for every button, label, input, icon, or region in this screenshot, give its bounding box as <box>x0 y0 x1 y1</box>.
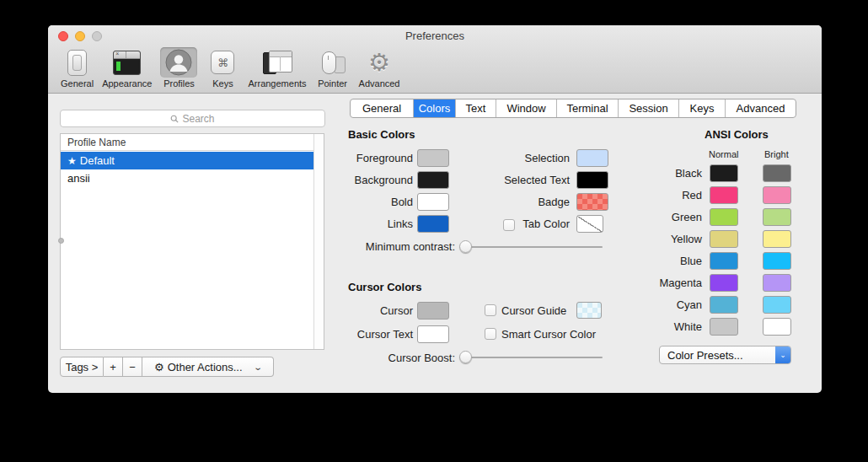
profile-row-default[interactable]: ★Default <box>61 152 313 169</box>
ansi-green-bright-well[interactable] <box>763 208 791 226</box>
ansi-white-label: White <box>635 320 702 333</box>
profile-list-header[interactable]: Profile Name <box>61 134 324 151</box>
ansi-colors-heading: ANSI Colors <box>705 128 769 141</box>
toolbar-label: Keys <box>212 78 233 89</box>
selection-label: Selection <box>453 152 570 164</box>
traffic-lights <box>58 31 102 41</box>
screen: Preferences General × Appearance <box>0 0 868 462</box>
toolbar-item-arrangements[interactable]: Arrangements <box>244 47 310 89</box>
tab-color-well[interactable] <box>576 215 603 233</box>
ansi-green-normal-well[interactable] <box>710 208 738 226</box>
ansi-magenta-bright-well[interactable] <box>763 274 791 292</box>
tab-colors[interactable]: Colors <box>414 99 456 117</box>
toolbar-item-general[interactable]: General <box>56 47 98 89</box>
toolbar: General × Appearance <box>56 47 405 93</box>
ansi-magenta-label: Magenta <box>635 277 702 289</box>
arrangements-windows-icon <box>263 51 292 74</box>
slider-knob[interactable] <box>459 240 472 253</box>
profile-name: ansii <box>67 172 90 185</box>
ansi-yellow-normal-well[interactable] <box>710 230 738 248</box>
toolbar-label: General <box>61 78 94 89</box>
toolbar-item-pointer[interactable]: Pointer <box>311 47 355 89</box>
smart-cursor-color-checkbox[interactable] <box>485 328 496 340</box>
ansi-magenta-normal-well[interactable] <box>710 274 738 292</box>
toolbar-item-advanced[interactable]: ⚙ Advanced <box>355 47 405 89</box>
toolbar-item-keys[interactable]: ⌘ Keys <box>201 47 244 89</box>
tab-window[interactable]: Window <box>496 99 557 117</box>
selected-text-color-well[interactable] <box>576 171 608 189</box>
ansi-cyan-normal-well[interactable] <box>710 296 738 314</box>
minimum-contrast-label: Minimum contrast: <box>354 240 455 253</box>
appearance-window-icon: × <box>113 51 141 75</box>
chevron-down-icon: ⌄ <box>775 346 790 363</box>
toolbar-item-profiles[interactable]: Profiles <box>156 47 201 89</box>
links-label: Links <box>331 218 413 230</box>
preferences-window: Preferences General × Appearance <box>48 25 822 393</box>
profile-list-scrollbar[interactable] <box>313 134 324 349</box>
tab-session[interactable]: Session <box>619 99 679 117</box>
zoom-button-disabled <box>92 31 102 41</box>
selected-text-label: Selected Text <box>453 174 570 186</box>
ansi-green-label: Green <box>635 211 702 223</box>
cursor-guide-color-well[interactable] <box>576 302 602 319</box>
background-color-well[interactable] <box>417 171 449 189</box>
toolbar-label: Profiles <box>163 78 195 89</box>
toolbar-label: Advanced <box>359 78 400 89</box>
smart-cursor-color-label: Smart Cursor Color <box>501 328 619 341</box>
minimize-button[interactable] <box>75 31 85 41</box>
cursor-text-color-well[interactable] <box>417 325 449 343</box>
foreground-label: Foreground <box>331 152 413 164</box>
foreground-color-well[interactable] <box>417 149 449 167</box>
gear-icon: ⚙ <box>154 361 164 373</box>
tab-advanced[interactable]: Advanced <box>726 99 796 117</box>
tags-button[interactable]: Tags > <box>60 357 104 377</box>
ansi-blue-label: Blue <box>635 255 702 267</box>
minimum-contrast-slider[interactable] <box>459 240 603 253</box>
cursor-guide-checkbox[interactable] <box>485 304 496 316</box>
pane-handle-dot <box>58 238 64 244</box>
ansi-white-bright-well[interactable] <box>763 318 791 336</box>
ansi-black-bright-well[interactable] <box>763 164 791 182</box>
ansi-red-normal-well[interactable] <box>710 186 738 204</box>
star-icon: ★ <box>67 155 77 167</box>
profile-row-ansii[interactable]: ansii <box>61 169 313 187</box>
tab-text[interactable]: Text <box>456 99 496 117</box>
cursor-colors-heading: Cursor Colors <box>348 281 421 293</box>
tab-general[interactable]: General <box>351 99 414 117</box>
other-actions-dropdown[interactable]: ⚙ Other Actions... ⌄ <box>142 357 274 377</box>
cursor-color-well[interactable] <box>417 302 449 320</box>
toolbar-item-appearance[interactable]: × Appearance <box>98 47 156 89</box>
other-actions-label: Other Actions... <box>168 361 243 373</box>
profile-actions-bar: Tags > + − ⚙ Other Actions... ⌄ <box>60 357 274 377</box>
mouse-pointer-icon <box>320 51 346 74</box>
tab-keys[interactable]: Keys <box>679 99 726 117</box>
basic-colors-heading: Basic Colors <box>348 128 415 141</box>
remove-profile-button[interactable]: − <box>123 357 142 377</box>
search-placeholder: Search <box>182 113 214 125</box>
ansi-blue-normal-well[interactable] <box>710 252 738 270</box>
ansi-red-label: Red <box>635 189 702 201</box>
ansi-yellow-label: Yellow <box>635 233 702 245</box>
links-color-well[interactable] <box>417 215 449 233</box>
bold-label: Bold <box>331 196 413 208</box>
cursor-boost-label: Cursor Boost: <box>362 352 455 364</box>
profile-name: Default <box>80 154 115 167</box>
ansi-black-normal-well[interactable] <box>710 164 738 182</box>
ansi-red-bright-well[interactable] <box>763 186 791 204</box>
cursor-text-label: Cursor Text <box>331 328 413 341</box>
add-profile-button[interactable]: + <box>104 357 123 377</box>
search-input[interactable]: Search <box>60 110 325 127</box>
ansi-cyan-bright-well[interactable] <box>763 296 791 314</box>
slider-knob[interactable] <box>459 351 472 363</box>
tab-terminal[interactable]: Terminal <box>557 99 619 117</box>
background-label: Background <box>331 174 413 186</box>
selection-color-well[interactable] <box>576 149 608 167</box>
cursor-boost-slider[interactable] <box>459 351 603 363</box>
badge-color-well[interactable] <box>576 193 608 211</box>
ansi-white-normal-well[interactable] <box>710 318 738 336</box>
ansi-yellow-bright-well[interactable] <box>763 230 791 248</box>
close-button[interactable] <box>58 31 68 41</box>
color-presets-dropdown[interactable]: Color Presets... ⌄ <box>659 346 791 364</box>
ansi-blue-bright-well[interactable] <box>763 252 791 270</box>
bold-color-well[interactable] <box>417 193 449 211</box>
